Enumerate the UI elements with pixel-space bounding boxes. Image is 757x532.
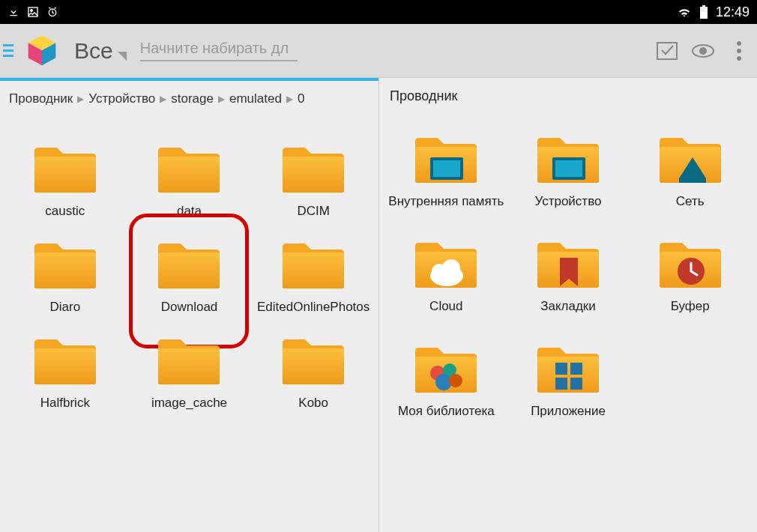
svg-point-10: [699, 47, 707, 55]
filter-dropdown-label[interactable]: Все: [74, 38, 113, 64]
location-item[interactable]: Сеть: [630, 127, 750, 209]
location-label: Внутренняя память: [388, 194, 504, 209]
breadcrumb-item[interactable]: Проводник: [9, 91, 73, 106]
folder-icon: [534, 232, 602, 291]
folder-icon: [280, 328, 347, 388]
folder-icon: [31, 136, 99, 196]
battery-icon: [699, 5, 708, 19]
location-item[interactable]: Cloud: [387, 232, 506, 314]
svg-point-12: [737, 49, 741, 53]
location-item[interactable]: Приложение: [509, 336, 628, 419]
folder-item[interactable]: data: [129, 136, 250, 219]
folder-icon: [412, 232, 480, 291]
location-label: Закладки: [540, 299, 596, 314]
overflow-menu-button[interactable]: [721, 33, 757, 69]
app-logo[interactable]: [21, 30, 62, 71]
svg-point-11: [737, 41, 741, 46]
folder-label: data: [177, 204, 202, 219]
location-label: Приложение: [531, 404, 606, 419]
folder-item[interactable]: DCIM: [253, 136, 374, 219]
folder-icon: [31, 232, 99, 292]
folder-icon: [155, 136, 223, 196]
folder-icon: [280, 136, 347, 196]
folder-label: Diaro: [50, 300, 81, 315]
location-item[interactable]: Устройство: [509, 127, 628, 209]
svg-rect-4: [702, 5, 705, 7]
download-icon: [7, 6, 19, 18]
status-bar: 12:49: [0, 0, 757, 24]
svg-rect-3: [700, 7, 708, 19]
folder-label: EditedOnlinePhotos: [257, 300, 370, 315]
folder-item[interactable]: Diaro: [4, 232, 126, 315]
folder-item[interactable]: caustic: [4, 136, 126, 219]
breadcrumb-item[interactable]: Устройство: [88, 91, 155, 106]
svg-rect-8: [657, 43, 677, 59]
folder-item[interactable]: EditedOnlinePhotos: [253, 232, 374, 315]
pane-title: Проводник: [379, 78, 757, 112]
breadcrumb: Проводник▶Устройство▶storage▶emulated▶0: [0, 81, 378, 114]
breadcrumb-item[interactable]: emulated: [229, 91, 282, 106]
location-label: Устройство: [535, 194, 602, 209]
chevron-right-icon: ▶: [218, 94, 225, 104]
menu-button[interactable]: [0, 44, 15, 57]
folder-icon: [155, 232, 223, 292]
right-pane: Проводник Внутренняя память Устройство С…: [378, 78, 757, 532]
folder-label: image_cache: [151, 396, 227, 411]
toolbar: Все: [0, 24, 757, 78]
folder-label: Halfbrick: [40, 396, 90, 411]
chevron-right-icon: ▶: [77, 94, 84, 104]
folder-item[interactable]: image_cache: [129, 328, 250, 411]
dropdown-arrow-icon[interactable]: [118, 52, 127, 61]
image-icon: [27, 6, 39, 18]
location-item[interactable]: Моя библиотека: [387, 336, 506, 419]
location-item[interactable]: Закладки: [509, 232, 628, 314]
location-label: Моя библиотека: [398, 404, 495, 419]
chevron-right-icon: ▶: [286, 94, 293, 104]
folder-label: Download: [161, 300, 218, 315]
folder-icon: [412, 127, 480, 187]
folder-item[interactable]: Download: [129, 232, 250, 315]
folder-icon: [657, 232, 724, 291]
location-item[interactable]: Буфер: [630, 232, 750, 314]
alarm-icon: [46, 6, 58, 18]
clock-text: 12:49: [716, 4, 750, 20]
folder-icon: [412, 336, 480, 396]
location-label: Cloud: [429, 299, 462, 314]
svg-rect-0: [28, 7, 37, 16]
svg-point-1: [31, 10, 33, 12]
location-label: Буфер: [671, 299, 710, 314]
folder-item[interactable]: Kobo: [253, 328, 374, 411]
folder-icon: [280, 232, 347, 292]
folder-label: caustic: [45, 204, 85, 219]
wifi-icon: [677, 6, 692, 18]
folder-label: Kobo: [298, 396, 328, 411]
svg-point-13: [737, 56, 741, 61]
search-input[interactable]: [140, 40, 298, 57]
location-item[interactable]: Внутренняя память: [387, 127, 506, 209]
folder-icon: [155, 328, 223, 388]
folder-icon: [31, 328, 99, 388]
left-pane: Проводник▶Устройство▶storage▶emulated▶0 …: [0, 78, 378, 532]
chevron-right-icon: ▶: [160, 94, 166, 104]
folder-icon: [534, 127, 602, 187]
folder-label: DCIM: [297, 204, 329, 219]
breadcrumb-item[interactable]: 0: [298, 91, 304, 106]
folder-item[interactable]: Halfbrick: [4, 328, 126, 411]
folder-icon: [657, 127, 724, 187]
folder-icon: [534, 336, 602, 396]
select-mode-button[interactable]: [649, 33, 685, 69]
location-label: Сеть: [676, 194, 705, 209]
view-button[interactable]: [685, 33, 721, 69]
breadcrumb-item[interactable]: storage: [171, 91, 214, 106]
